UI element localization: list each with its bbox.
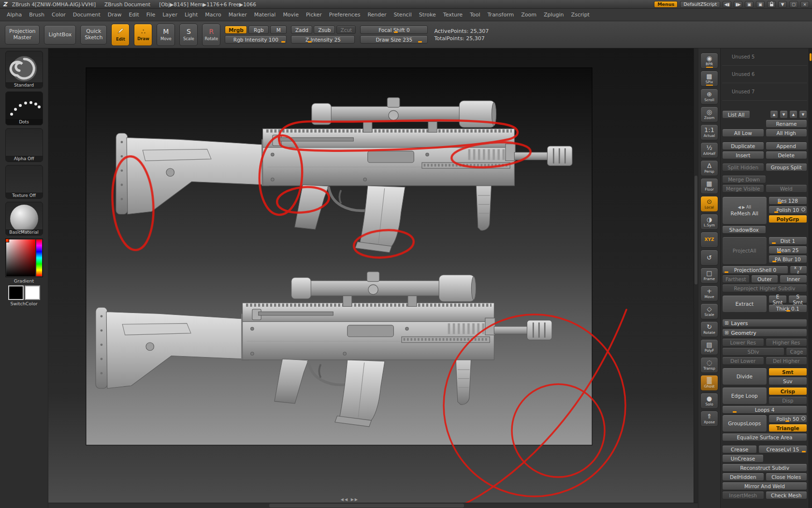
menu-brush[interactable]: Brush — [29, 12, 44, 18]
local-button[interactable]: ⊙Local — [700, 196, 718, 212]
pa-blur-slider[interactable]: PA Blur 10 — [768, 255, 807, 263]
mirror-and-weld-button[interactable]: Mirror And Weld — [722, 482, 807, 490]
check-mesh-button[interactable]: Check Mesh — [766, 491, 808, 499]
left-tray-toggle-icon[interactable]: ◀▮ — [723, 1, 731, 8]
groups-split-button[interactable]: Groups Split — [766, 163, 808, 171]
rgb-button[interactable]: Rgb — [248, 26, 269, 34]
draw-size-slider[interactable]: Draw Size 235 — [360, 35, 428, 44]
duplicate-button[interactable]: Duplicate — [722, 142, 764, 150]
right-tray-scrollbar[interactable] — [809, 48, 812, 508]
projection-master-button[interactable]: Projection Master — [5, 25, 40, 45]
subtool-down-button[interactable]: ▼ — [780, 110, 788, 119]
crease-lvl-slider[interactable]: CreaseLvl 15 — [758, 445, 807, 453]
menu-zoom[interactable]: Zoom — [521, 12, 536, 18]
geometry-section-header[interactable]: ⊞ Geometry — [722, 329, 807, 337]
bottom-tray-divider[interactable]: ◀◀ ▶▶ — [341, 497, 359, 502]
move-mode-button[interactable]: M Move — [157, 24, 175, 46]
project-mean-slider[interactable]: Mean 25 — [768, 246, 807, 254]
close-holes-button[interactable]: Close Holes — [766, 473, 808, 481]
maximize-icon[interactable]: ▢ — [789, 1, 798, 8]
rename-button[interactable]: Rename — [766, 120, 807, 128]
zoom-button[interactable]: ◎Zoom — [700, 106, 718, 122]
rotate-mode-button[interactable]: R Rotate — [202, 24, 220, 46]
zsub-button[interactable]: Zsub — [314, 26, 335, 34]
edge-loop-button[interactable]: Edge Loop — [722, 387, 767, 404]
minimize-icon[interactable]: ▼ — [778, 1, 787, 8]
merge-down-button[interactable]: Merge Down — [722, 175, 766, 183]
scroll-button[interactable]: ⊕Scroll — [700, 89, 718, 105]
axis-xyz-mini-buttons[interactable]: x y z — [790, 266, 807, 274]
zcut-button[interactable]: Zcut — [336, 26, 356, 34]
append-button[interactable]: Append — [766, 142, 808, 150]
del-higher-button[interactable]: Del Higher — [766, 357, 808, 365]
subtool-up-button[interactable]: ▲ — [770, 110, 778, 119]
lock-icon[interactable] — [767, 1, 776, 8]
menu-light[interactable]: Light — [185, 12, 198, 18]
polish50-mode-toggle-icon[interactable] — [801, 417, 805, 420]
m-button[interactable]: M — [270, 26, 287, 34]
list-all-button[interactable]: List All — [722, 110, 750, 119]
groupsloops-button[interactable]: GroupsLoops — [722, 415, 767, 432]
current-texture[interactable]: Texture Off — [5, 165, 43, 199]
right-tray-toggle-icon[interactable]: ▮▶ — [734, 1, 742, 8]
crisp-toggle[interactable]: Crisp — [768, 387, 807, 395]
merge-visible-button[interactable]: Merge Visible — [722, 184, 764, 193]
rotate-3d-button[interactable]: ↻Rotate — [700, 321, 718, 337]
delete-button[interactable]: Delete — [766, 151, 808, 159]
canvas-horizontal-scrollbar[interactable] — [48, 503, 698, 508]
shadowbox-button[interactable]: ShadowBox — [722, 225, 766, 234]
polygrp-toggle[interactable]: PolyGrp — [768, 215, 807, 223]
persp-button[interactable]: ∆Persp — [700, 160, 718, 176]
store-config-icon[interactable]: ▣ — [745, 1, 754, 8]
lightbox-button[interactable]: LightBox — [44, 25, 76, 45]
menu-stencil[interactable]: Stencil — [394, 12, 412, 18]
secondary-color-swatch[interactable] — [25, 285, 40, 300]
cage-toggle[interactable]: Cage — [786, 347, 807, 356]
mrgb-button[interactable]: Mrgb — [225, 26, 247, 34]
menu-edit[interactable]: Edit — [129, 12, 139, 18]
xpose-button[interactable]: ⇑Xpose — [700, 411, 718, 427]
projectall-button[interactable]: ProjectAll — [722, 237, 767, 265]
tool-slot-unused-5[interactable]: Unused 5 — [722, 48, 807, 66]
default-zscript-button[interactable]: DefaultZScript — [680, 1, 720, 8]
menu-transform[interactable]: Transform — [488, 12, 514, 18]
edit-mode-button[interactable]: Edit — [111, 24, 130, 46]
menu-tool[interactable]: Tool — [470, 12, 480, 18]
menu-render[interactable]: Render — [367, 12, 386, 18]
hue-strip[interactable] — [36, 239, 42, 276]
menu-marker[interactable]: Marker — [229, 12, 247, 18]
reproject-higher-subdiv-button[interactable]: Reproject Higher Subdiv — [722, 284, 807, 292]
rgb-intensity-slider[interactable]: Rgb Intensity 100 — [225, 35, 287, 44]
focal-shift-slider[interactable]: Focal Shift 0 — [360, 26, 428, 34]
loops-slider[interactable]: Loops 4 — [722, 405, 807, 414]
menu-file[interactable]: File — [146, 12, 155, 18]
disp-toggle[interactable]: Disp — [768, 396, 807, 404]
crease-button[interactable]: Crease — [722, 445, 757, 453]
current-alpha[interactable]: Alpha Off — [5, 128, 43, 162]
del-lower-button[interactable]: Del Lower — [722, 357, 764, 365]
all-high-button[interactable]: All High — [766, 129, 808, 137]
menu-texture[interactable]: Texture — [443, 12, 463, 18]
subtool-move-down-button[interactable]: ▼ — [799, 110, 807, 119]
triangle-toggle[interactable]: Triangle — [768, 424, 807, 432]
projection-shell-slider[interactable]: ProjectionShell 0 — [722, 266, 788, 274]
tool-slot-unused-7[interactable]: Unused 7 — [722, 83, 807, 101]
current-stroke-dots[interactable]: Dots — [5, 91, 43, 125]
scale-3d-button[interactable]: ◇Scale — [700, 303, 718, 319]
menu-zplugin[interactable]: Zplugin — [544, 12, 564, 18]
menu-color[interactable]: Color — [52, 12, 66, 18]
all-low-button[interactable]: All Low — [722, 129, 764, 137]
suv-toggle[interactable]: Suv — [768, 377, 807, 385]
color-picker[interactable] — [5, 239, 43, 277]
xyz-button[interactable]: XYZ — [700, 232, 718, 248]
smt-toggle[interactable]: Smt — [768, 368, 807, 376]
quick-sketch-button[interactable]: Quick Sketch — [80, 25, 107, 45]
lower-res-button[interactable]: Lower Res — [722, 338, 764, 346]
layers-section-header[interactable]: ⊞ Layers — [722, 319, 807, 327]
tool-slot-unused-6[interactable]: Unused 6 — [722, 66, 807, 83]
current-brush-standard[interactable]: Standard — [5, 51, 43, 89]
menu-picker[interactable]: Picker — [306, 12, 322, 18]
menu-document[interactable]: Document — [73, 12, 101, 18]
extract-thick-slider[interactable]: Thick 0.1 — [768, 304, 807, 313]
menu-movie[interactable]: Movie — [283, 12, 299, 18]
